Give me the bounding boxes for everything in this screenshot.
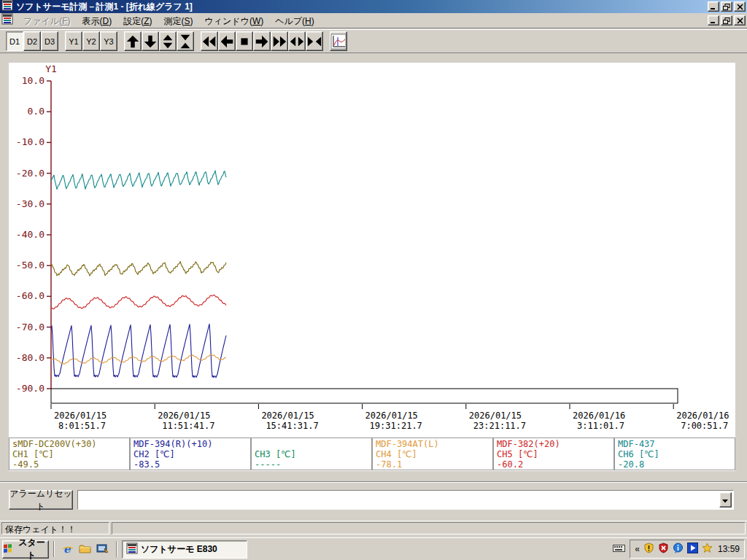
svg-text:23:21:11.7: 23:21:11.7 xyxy=(473,421,526,431)
toolbar-button-d2[interactable]: D2 xyxy=(23,31,41,51)
svg-text:-60.0: -60.0 xyxy=(16,290,44,301)
legend-cell-ch1: sMDF-DC200V(+30)CH1 [℃]-49.5 xyxy=(9,438,130,470)
menu-d[interactable]: 表示(D) xyxy=(76,15,117,28)
legend-cell-ch3: CH3 [℃]----- xyxy=(251,438,372,470)
start-button-label: スタート xyxy=(15,537,48,560)
toolbar-group: D1D2D3 xyxy=(6,31,58,51)
double-right-arrow-icon xyxy=(271,34,287,50)
internet-explorer-icon[interactable]: e xyxy=(61,542,75,556)
toolbar-group xyxy=(124,31,194,51)
channel-name: MDF-394(R)(+10) xyxy=(133,439,247,449)
toolbar-button-jump-end[interactable] xyxy=(271,31,288,51)
line-chart: Y110.00.0-10.0-20.0-30.0-40.0-50.0-60.0-… xyxy=(9,63,735,436)
menu-f: ファイル(F) xyxy=(18,15,76,28)
alarm-combobox[interactable] xyxy=(77,490,734,510)
taskbar-app-label: ソフトサーモ E830 xyxy=(141,543,217,556)
svg-text:2026/01/15: 2026/01/15 xyxy=(54,411,107,421)
toolbar-button-d3[interactable]: D3 xyxy=(41,31,58,51)
taskbar-app-button[interactable]: ソフトサーモ E830 xyxy=(122,540,247,559)
security-warning-shield-icon[interactable] xyxy=(643,542,654,556)
channel-name xyxy=(255,439,368,449)
combobox-dropdown-button[interactable] xyxy=(719,492,732,508)
channel-value: -49.5 xyxy=(12,459,126,470)
child-restore-button[interactable] xyxy=(721,15,732,26)
legend-cell-ch5: MDF-382(+20)CH5 [℃]-60.2 xyxy=(493,438,614,470)
folder-icon[interactable] xyxy=(78,542,93,556)
svg-text:-80.0: -80.0 xyxy=(16,352,44,363)
channel-value: -83.5 xyxy=(133,459,247,470)
channel-id-unit: CH4 [℃] xyxy=(376,449,489,459)
restore-button[interactable] xyxy=(721,1,732,12)
svg-text:2026/01/16: 2026/01/16 xyxy=(676,411,729,421)
svg-text:2026/01/16: 2026/01/16 xyxy=(573,411,625,421)
down-arrow-icon xyxy=(142,34,158,50)
taskbar-separator xyxy=(53,541,55,557)
toolbar-button-jump-start[interactable] xyxy=(201,31,218,51)
toolbar-button-y3[interactable]: Y3 xyxy=(100,31,117,51)
show-desktop-icon[interactable] xyxy=(96,542,110,556)
toolbar-button-pan-up[interactable] xyxy=(124,31,142,51)
security-error-shield-icon[interactable] xyxy=(658,542,669,556)
channel-name: MDF-382(+20) xyxy=(497,439,611,449)
toolbar-button-compress-vertical[interactable] xyxy=(177,31,194,51)
legend-cell-ch6: MDF-437CH6 [℃]-20.8 xyxy=(614,438,735,470)
toolbar-button-y2[interactable]: Y2 xyxy=(82,31,100,51)
mdi-child-icon xyxy=(1,13,13,28)
compress-vertical-icon xyxy=(177,34,193,50)
toolbar: D1D2D3Y1Y2Y3 xyxy=(0,29,747,53)
toolbar-button-expand-horizontal[interactable] xyxy=(288,31,306,51)
close-button[interactable] xyxy=(734,1,746,12)
svg-text:3:11:01.7: 3:11:01.7 xyxy=(577,421,624,431)
start-button[interactable]: スタート xyxy=(2,540,49,559)
svg-text:-50.0: -50.0 xyxy=(16,260,44,271)
y-axis-label: Y1 xyxy=(45,63,57,74)
channel-value: -78.1 xyxy=(376,459,489,470)
svg-text:15:41:31.7: 15:41:31.7 xyxy=(266,421,318,431)
taskbar-clock: 13:59 xyxy=(718,544,740,554)
toolbar-button-expand-vertical[interactable] xyxy=(159,31,177,51)
svg-text:7:00:51.7: 7:00:51.7 xyxy=(681,421,728,431)
media-play-icon[interactable] xyxy=(687,542,698,556)
up-arrow-icon xyxy=(125,34,141,50)
toolbar-button-d1[interactable]: D1 xyxy=(6,31,23,51)
double-left-arrow-icon xyxy=(201,34,217,50)
menu-z[interactable]: 設定(Z) xyxy=(117,15,158,28)
series-line-ch5 xyxy=(51,295,226,309)
keyboard-icon[interactable] xyxy=(613,542,625,556)
star-icon[interactable] xyxy=(702,542,713,556)
menu-h[interactable]: ヘルプ(H) xyxy=(269,15,320,28)
menubar: ファイル(F)表示(D)設定(Z)測定(S)ウィンドウ(W)ヘルプ(H) xyxy=(0,13,747,28)
child-close-button[interactable] xyxy=(734,15,746,26)
statusbar: 保存ウェイト！！ xyxy=(0,521,747,534)
menu-w[interactable]: ウィンドウ(W) xyxy=(199,15,270,28)
child-minimize-button[interactable] xyxy=(708,15,719,26)
menu-s[interactable]: 測定(S) xyxy=(158,15,198,28)
channel-name: MDF-394AT(L) xyxy=(376,439,489,449)
svg-text:-40.0: -40.0 xyxy=(16,229,44,240)
graph-display-area: Y110.00.0-10.0-20.0-30.0-40.0-50.0-60.0-… xyxy=(9,63,735,471)
status-message: 保存ウェイト！！ xyxy=(1,522,109,534)
app-icon xyxy=(126,542,138,556)
toolbar-button-step-forward[interactable] xyxy=(253,31,271,51)
alarm-combobox-value[interactable] xyxy=(78,491,733,509)
stop-square-icon xyxy=(236,34,252,50)
svg-text:2026/01/15: 2026/01/15 xyxy=(469,411,522,421)
toolbar-button-step-back[interactable] xyxy=(218,31,236,51)
toolbar-button-compress-horizontal[interactable] xyxy=(306,31,323,51)
collapse-chevron-icon[interactable]: « xyxy=(635,544,640,554)
series-line-ch6 xyxy=(51,171,226,190)
windows-logo-icon xyxy=(3,543,13,555)
alarm-reset-button[interactable]: アラームリセット xyxy=(9,490,73,510)
toolbar-button-pan-down[interactable] xyxy=(142,31,159,51)
chevron-down-icon xyxy=(722,494,729,505)
right-arrow-icon xyxy=(254,34,270,50)
toolbar-button-graph-settings[interactable] xyxy=(330,31,347,51)
toolbar-button-y1[interactable]: Y1 xyxy=(65,31,82,51)
toolbar-button-stop[interactable] xyxy=(236,31,253,51)
window-title: ソフトサーモ計測－計測1 - [折れ線グラフ 1] xyxy=(16,1,708,13)
compress-horizontal-icon xyxy=(306,34,322,50)
info-balloon-icon[interactable] xyxy=(673,542,684,556)
minimize-button[interactable] xyxy=(708,1,719,12)
channel-id-unit: CH5 [℃] xyxy=(497,449,611,459)
expand-horizontal-icon xyxy=(289,34,305,50)
